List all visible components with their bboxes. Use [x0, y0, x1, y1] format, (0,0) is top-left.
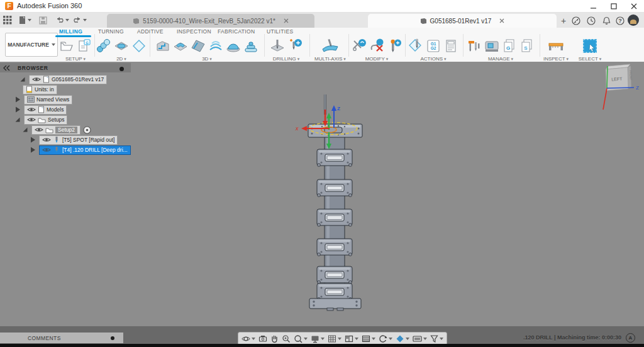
fit-icon[interactable] — [294, 334, 308, 343]
ribbon-tab-fabrication[interactable]: FABRICATION — [218, 28, 255, 35]
extensions-icon[interactable] — [571, 16, 581, 26]
close-tab-icon[interactable] — [499, 18, 504, 23]
group-label-2d[interactable]: 2D — [116, 56, 126, 62]
group-label-select[interactable]: SELECT — [579, 56, 602, 62]
setup-sheet-icon[interactable] — [443, 38, 459, 54]
workspace-selector[interactable]: MANUFACTURE — [5, 33, 58, 57]
viewcube-face-label[interactable]: LEFT — [611, 76, 623, 81]
group-label-multiaxis[interactable]: MULTI-AXIS — [314, 56, 346, 62]
display-settings-icon[interactable] — [311, 334, 325, 343]
expanded-icon[interactable] — [21, 126, 29, 134]
visibility-eye-icon[interactable] — [32, 76, 41, 82]
compare-icon[interactable] — [396, 334, 409, 343]
browser-row-op-drill-selected[interactable]: [T4] .120 DRILL [Deep dri... — [29, 145, 131, 154]
group-label-setup[interactable]: SETUP — [65, 56, 86, 62]
save-button[interactable] — [39, 15, 47, 25]
view-cube[interactable]: LEFT FRONT Z — [590, 62, 644, 116]
undo-button[interactable] — [55, 15, 69, 25]
new-tab-button[interactable]: + — [558, 16, 569, 26]
ramp-icon[interactable] — [190, 38, 206, 54]
simulate-icon[interactable] — [408, 38, 424, 54]
simulate-play-icon[interactable] — [379, 334, 392, 343]
face-icon[interactable] — [113, 38, 130, 54]
browser-row-models[interactable]: Models — [14, 105, 67, 114]
measure-icon[interactable] — [547, 38, 565, 54]
dome-icon[interactable] — [225, 38, 242, 54]
turning-icon[interactable] — [96, 38, 112, 54]
edit-tool-icon[interactable] — [386, 38, 402, 54]
browser-row-setup2[interactable]: Setup2 — [21, 125, 91, 134]
fullscreen-icon[interactable] — [413, 334, 427, 343]
close-tab-icon[interactable] — [284, 18, 289, 23]
browser-row-named-views[interactable]: Named Views — [14, 95, 72, 104]
pocket-icon[interactable] — [172, 38, 189, 54]
group-label-actions[interactable]: ACTIONS — [420, 56, 446, 62]
collapsed-icon[interactable] — [29, 146, 36, 154]
post-process-icon[interactable]: G1G2 — [425, 38, 441, 54]
group-label-modify[interactable]: MODIFY — [365, 56, 389, 62]
assistant-badge-icon[interactable]: A — [626, 333, 635, 343]
panel-options-icon[interactable] — [119, 67, 124, 71]
minimize-button[interactable] — [584, 0, 604, 12]
viewports-icon[interactable] — [345, 334, 358, 343]
file-menu-button[interactable] — [19, 15, 31, 25]
comments-options-icon[interactable] — [111, 336, 114, 340]
expanded-icon[interactable] — [19, 76, 26, 83]
document-tab-active[interactable]: G051685-01Rev1 v17 — [368, 14, 557, 28]
template-icon[interactable]: S — [519, 38, 535, 54]
visibility-eye-icon[interactable] — [42, 147, 51, 153]
ribbon-tab-utilities[interactable]: UTILITIES — [267, 28, 293, 35]
group-label-manage[interactable]: MANAGE — [488, 56, 513, 62]
visibility-eye-icon[interactable] — [35, 127, 43, 133]
help-icon[interactable]: ? — [615, 16, 625, 26]
user-avatar[interactable] — [628, 14, 639, 26]
post-library-icon[interactable]: G — [501, 38, 518, 54]
job-status-icon[interactable] — [586, 16, 596, 26]
adaptive-icon[interactable] — [155, 38, 171, 54]
drill-create-icon[interactable] — [287, 38, 303, 54]
pan-icon[interactable] — [270, 334, 279, 343]
new-setup-icon[interactable] — [58, 38, 75, 54]
expanded-icon[interactable] — [14, 116, 21, 123]
select-window-icon[interactable] — [582, 38, 598, 54]
document-tab-inactive[interactable]: 5159-0000-410_Wire-Exit_RevB_5Jan2022 v1… — [107, 14, 314, 28]
look-at-icon[interactable] — [258, 334, 267, 343]
spiral-icon[interactable] — [208, 38, 224, 54]
waveguide-part[interactable] — [308, 124, 362, 310]
trim-icon[interactable] — [351, 38, 367, 54]
notifications-bell-icon[interactable] — [601, 16, 611, 26]
collapsed-icon[interactable] — [29, 136, 36, 144]
3d-viewport[interactable]: BROWSER G051685-01Rev1 v17 Units: in Nam… — [0, 62, 644, 344]
ribbon-tab-milling[interactable]: MILLING — [59, 28, 82, 35]
grid-icon[interactable] — [328, 334, 341, 343]
collapsed-icon[interactable] — [14, 106, 21, 113]
machine-icon[interactable] — [484, 38, 500, 54]
comments-panel[interactable]: COMMENTS — [0, 333, 123, 343]
app-grid-icon[interactable] — [3, 15, 12, 25]
tool-library-icon[interactable] — [466, 38, 482, 54]
activate-setup-icon[interactable] — [83, 126, 91, 134]
visibility-eye-icon[interactable] — [27, 106, 36, 113]
collapse-panel-icon[interactable] — [3, 65, 11, 71]
collapsed-icon[interactable] — [14, 96, 21, 103]
zoom-icon[interactable] — [282, 334, 291, 343]
delete-passes-icon[interactable] — [369, 38, 385, 54]
orbit-icon[interactable] — [242, 334, 255, 343]
ribbon-tab-inspection[interactable]: INSPECTION — [177, 28, 211, 35]
group-label-3d[interactable]: 3D — [202, 56, 212, 62]
group-label-inspect[interactable]: INSPECT — [543, 56, 569, 62]
cad-model[interactable]: Z x — [264, 93, 415, 320]
group-label-drilling[interactable]: DRILLING — [273, 56, 299, 62]
browser-row-setups[interactable]: Setups — [14, 115, 67, 124]
viewcube-side-label[interactable]: FRONT — [629, 71, 633, 81]
contour-icon[interactable] — [131, 38, 147, 54]
ribbon-tab-turning[interactable]: TURNING — [98, 28, 124, 35]
browser-row-units[interactable]: Units: in — [23, 85, 57, 94]
drill-icon[interactable] — [269, 38, 286, 54]
passes-icon[interactable] — [362, 334, 375, 343]
redo-button[interactable] — [73, 15, 87, 25]
gcode-doc-icon[interactable]: G — [76, 38, 92, 54]
visibility-eye-icon[interactable] — [42, 137, 51, 143]
browser-row-op-spot[interactable]: [T5] SPOT [Rapid out] — [29, 135, 118, 144]
browser-row-document[interactable]: G051685-01Rev1 v17 — [19, 75, 107, 84]
